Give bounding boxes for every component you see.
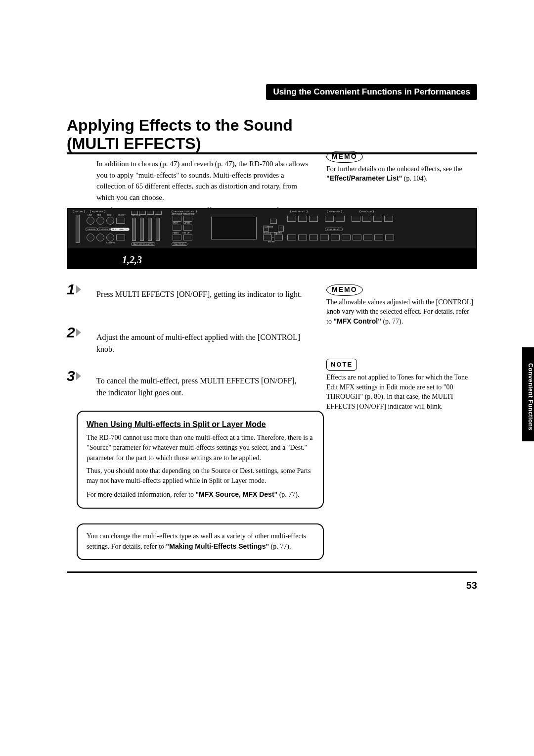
info-box2-ref: "Making Multi-Effects Settings" xyxy=(166,542,269,550)
memo-icon: MEMO xyxy=(326,284,363,296)
tone5 xyxy=(342,235,351,240)
bottom-rule xyxy=(67,571,477,573)
eq-onoff: ON/OFF xyxy=(118,214,126,216)
front-panel-diagram: VOLUME EQUALIZER LOW MID HIGH ON/OFF REV… xyxy=(67,208,477,269)
memo1-ref: "Effect/Parameter List" xyxy=(326,174,402,182)
intro-p1: In addition to chorus (p. 47) and reverb… xyxy=(96,158,309,203)
note-1: NOTE Effects are not applied to Tones fo… xyxy=(326,359,475,412)
step-arrow-icon xyxy=(76,372,81,380)
upper2-led xyxy=(147,211,154,215)
title-line2: (MULTI EFFECTS) xyxy=(67,135,201,152)
mfx-onoff-btn xyxy=(116,235,125,240)
panel-volume-label: VOLUME xyxy=(73,210,85,213)
info-box-p3a: For more detailed information, refer to xyxy=(87,491,195,498)
step-2-text: Adjust the amount of multi-effect applie… xyxy=(96,331,304,355)
tone6 xyxy=(353,235,361,240)
memo-1: MEMO For further details on the onboard … xyxy=(326,151,470,184)
tvlock-btn xyxy=(384,216,393,222)
step-1-digit: 1 xyxy=(67,281,75,297)
info-box-change-type: You can change the multi-effects type as… xyxy=(77,523,324,560)
slider-lower xyxy=(140,218,144,241)
tone3 xyxy=(320,235,329,240)
slider-upper2 xyxy=(148,218,152,241)
trans-btn xyxy=(183,216,192,222)
exp-b-btn xyxy=(336,216,345,222)
panel-multi-highlight: MULTI EFFECTS xyxy=(110,228,130,231)
eq-low-knob xyxy=(87,217,94,225)
edit-btn xyxy=(352,216,360,222)
note-icon: NOTE xyxy=(326,359,357,371)
rhythm-led xyxy=(131,211,138,215)
setup-btn xyxy=(183,235,192,240)
upper1-led xyxy=(155,211,162,215)
note-text: Effects are not applied to Tones for whi… xyxy=(326,374,468,410)
panel-reverb: REVERB xyxy=(86,228,97,231)
step-3-number: 3 xyxy=(67,368,81,384)
memo1-text-a: For further details on the onboard effec… xyxy=(326,165,462,173)
tone4 xyxy=(331,235,340,240)
panel-inc: INC/YES xyxy=(274,232,282,234)
ps-upper2-btn xyxy=(298,216,307,222)
info-box-p1: The RD-700 cannot use more than one mult… xyxy=(87,433,314,463)
title-line1: Applying Effects to the Sound xyxy=(67,116,293,134)
section-header: Using the Convenient Functions in Perfor… xyxy=(266,84,477,100)
panel-trans: TRANSPOSE xyxy=(182,213,195,215)
eq-mid-knob xyxy=(96,217,104,225)
panel-tonesel: TONE SELECT xyxy=(325,228,343,231)
info-box-p2: Thus, you should note that depending on … xyxy=(87,466,314,486)
panel-arp: ARPEGGIO xyxy=(172,213,182,215)
tone2 xyxy=(309,235,318,240)
slider-rhythm xyxy=(132,218,136,241)
step-1-text: Press MULTI EFFECTS [ON/OFF], getting it… xyxy=(96,288,304,300)
arpctl-btn xyxy=(373,216,382,222)
tone0 xyxy=(287,235,296,240)
eq-mid: MID xyxy=(97,214,101,216)
write-btn xyxy=(362,216,371,222)
eq-high-knob xyxy=(106,217,114,225)
info-box-split-layer: When Using Multi-effects in Split or Lay… xyxy=(77,411,324,509)
memo2-ref: "MFX Control" xyxy=(333,317,381,325)
step-2-digit: 2 xyxy=(67,324,75,340)
page-number: 53 xyxy=(466,580,477,591)
panel-chorus: CHORUS xyxy=(97,228,110,231)
panel-piano: PIANO xyxy=(173,232,178,234)
step-arrow-icon xyxy=(76,285,81,293)
info-box-p3-ref: "MFX Source, MFX Dest" xyxy=(195,490,277,498)
ps-upper1-btn xyxy=(309,216,318,222)
panel-layer: LAYER xyxy=(183,222,190,224)
eq-high: HIGH xyxy=(107,214,112,216)
panel-graphic: VOLUME EQUALIZER LOW MID HIGH ON/OFF REV… xyxy=(68,209,476,248)
panel-function: FUNCTION xyxy=(359,210,374,213)
info-box-heading: When Using Multi-effects in Split or Lay… xyxy=(87,419,314,430)
panel-split: SPLIT xyxy=(173,222,178,224)
mfx-control-knob xyxy=(106,234,114,241)
info-box2-c: (p. 77). xyxy=(271,543,291,550)
thumb-tab: Convenient Functions xyxy=(522,347,534,441)
panel-cursor: CURSOR xyxy=(265,226,273,228)
panel-setup: SET UP xyxy=(182,232,189,234)
slider-upper1 xyxy=(156,218,160,241)
panel-expansion: EXPANSION xyxy=(327,210,342,213)
reverb-knob xyxy=(87,234,94,241)
panel-callout: 1,2,3 xyxy=(122,254,142,266)
tone1 xyxy=(298,235,307,240)
tone8 xyxy=(374,235,383,240)
step-2-number: 2 xyxy=(67,324,81,341)
page-title: Applying Effects to the Sound (MULTI EFF… xyxy=(67,116,388,153)
panel-partsel: PART SELECT xyxy=(290,210,308,213)
panel-partsw: PART SWITCH/LEVEL xyxy=(131,242,155,246)
arp-btn xyxy=(173,216,181,222)
lower-led xyxy=(139,211,146,215)
memo1-text-c: (p. 104). xyxy=(404,175,428,182)
tone9 xyxy=(385,235,394,240)
layer-btn xyxy=(183,225,192,231)
split-btn xyxy=(173,225,181,231)
piano-btn xyxy=(173,235,181,240)
panel-control: CONTROL xyxy=(106,241,116,244)
step-3-digit: 3 xyxy=(67,368,75,384)
eq-low: LOW xyxy=(88,214,92,216)
exp-a-btn xyxy=(325,216,334,222)
tone7 xyxy=(363,235,372,240)
step-1-number: 1 xyxy=(67,281,81,298)
memo-icon: MEMO xyxy=(326,151,363,163)
